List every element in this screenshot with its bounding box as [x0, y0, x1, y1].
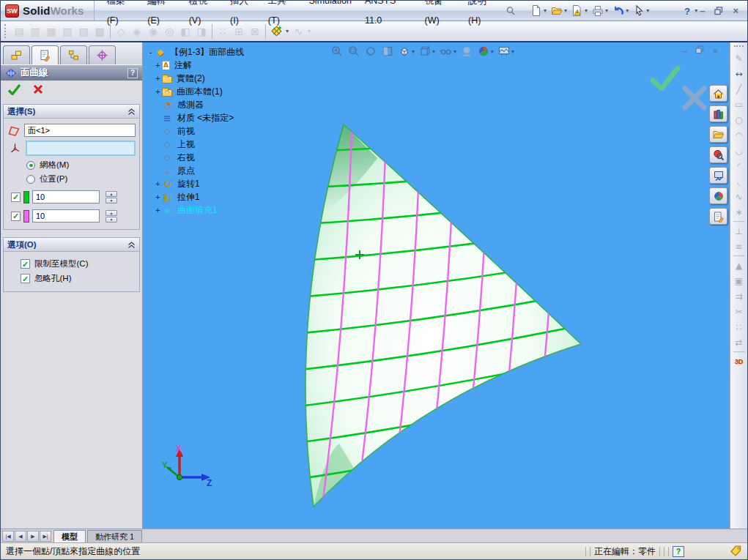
rotate-view-icon[interactable] — [364, 45, 377, 58]
point-icon[interactable]: ∗ — [731, 204, 747, 220]
direction2-count-input[interactable] — [32, 209, 100, 223]
apply-scene-icon[interactable]: ▾ — [497, 45, 514, 58]
first-tab-button[interactable]: |◀ — [2, 531, 14, 542]
dropdown-caret-icon[interactable]: ▾ — [695, 7, 697, 14]
doc-minimize-button[interactable]: – — [682, 45, 687, 56]
tree-item[interactable]: +注解 — [147, 59, 245, 72]
tree-item[interactable]: 前视 — [147, 124, 245, 138]
resources-home-icon[interactable] — [709, 85, 727, 102]
make-drawing-icon[interactable] — [569, 3, 585, 19]
vertex-selection-field[interactable] — [26, 141, 136, 156]
direction1-count-input[interactable] — [32, 190, 100, 204]
surface-tool-icon[interactable]: ◇ — [113, 23, 129, 40]
face-curves-icon[interactable] — [268, 23, 284, 40]
search-icon[interactable] — [709, 146, 727, 163]
mesh-curve[interactable] — [596, 104, 628, 522]
help-icon[interactable]: ? — [679, 3, 695, 19]
custom-properties-icon[interactable] — [709, 208, 727, 225]
view-palette-icon[interactable] — [709, 167, 727, 184]
restore-button[interactable] — [714, 7, 723, 15]
tree-root[interactable]: -【例1-3】面部曲线 — [147, 45, 245, 59]
open-icon[interactable] — [549, 3, 564, 19]
dropdown-caret-icon[interactable]: ▾ — [605, 7, 608, 14]
mesh-curve[interactable] — [266, 124, 621, 152]
mesh-curve[interactable] — [266, 157, 621, 189]
dropdown-caret-icon[interactable]: ▾ — [491, 48, 494, 55]
three-point-arc-icon[interactable]: ◜ — [731, 158, 747, 173]
3d-sketch-icon[interactable]: 3D — [731, 354, 747, 369]
display-style-icon[interactable]: ▾ — [418, 45, 435, 58]
smart-dimension-icon[interactable]: ↔ — [731, 66, 747, 81]
section-view-icon[interactable] — [381, 45, 394, 58]
quick-tips-icon[interactable]: ? — [673, 546, 684, 557]
appearances-icon[interactable] — [709, 187, 727, 204]
convert-entities-icon[interactable]: ▣ — [731, 273, 747, 288]
collapse-chevron-icon[interactable] — [127, 241, 136, 249]
hide-show-items-icon[interactable]: ▾ — [439, 45, 456, 58]
surface-tool-icon[interactable]: ▥ — [27, 23, 43, 40]
file-explorer-icon[interactable] — [709, 126, 727, 143]
design-library-icon[interactable] — [709, 105, 727, 122]
dropdown-caret-icon[interactable]: ▾ — [286, 28, 289, 34]
move-entities-icon[interactable]: ⇄ — [731, 335, 747, 350]
option-checkbox[interactable]: ✓ — [21, 274, 30, 283]
display-relations-icon[interactable]: ≡ — [731, 239, 747, 254]
selection-group-header[interactable]: 選擇(S) — [4, 105, 139, 119]
surface-tool-icon[interactable]: ◈ — [129, 23, 145, 40]
dropdown-caret-icon[interactable]: ▾ — [511, 48, 514, 55]
collapse-mark[interactable]: - — [147, 48, 155, 56]
dropdown-caret-icon[interactable]: ▾ — [564, 7, 567, 14]
next-tab-button[interactable]: ▶ — [27, 531, 39, 542]
tree-item[interactable]: +旋转1 — [147, 177, 245, 190]
spin-down-icon[interactable]: ▼ — [105, 198, 117, 204]
rectangle-icon[interactable]: ▭ — [731, 97, 747, 112]
surface-tool-icon[interactable]: ▦ — [43, 23, 59, 40]
trim-entities-icon[interactable]: ✂ — [731, 304, 747, 319]
linear-pattern-icon[interactable]: ∷ — [731, 319, 747, 335]
option-checkbox[interactable]: ✓ — [21, 259, 30, 269]
circle-icon[interactable]: ○ — [731, 112, 747, 127]
spin-down-icon[interactable]: ▼ — [105, 217, 117, 223]
menu-item[interactable]: 視窗(W) — [418, 0, 462, 31]
surface-tool-icon[interactable]: ⊠ — [247, 23, 263, 40]
tab-property-manager[interactable] — [32, 45, 59, 64]
ok-button[interactable] — [7, 83, 21, 98]
cancel-button[interactable] — [33, 84, 43, 97]
tree-item[interactable]: 上视 — [147, 138, 245, 151]
sketch-icon[interactable]: ✎ — [731, 51, 747, 66]
doc-restore-button[interactable] — [695, 45, 704, 56]
surface-tool-icon[interactable]: ▩ — [92, 23, 108, 40]
edit-appearance-icon[interactable]: ▾ — [477, 45, 494, 58]
tab-configuration-manager[interactable] — [60, 45, 87, 64]
dropdown-caret-icon[interactable]: ▾ — [412, 48, 415, 55]
tree-item[interactable]: 右视 — [147, 151, 245, 164]
options-group-header[interactable]: 選項(O) — [4, 238, 139, 252]
add-relation-icon[interactable]: ⊥ — [731, 223, 747, 239]
print-icon[interactable] — [590, 3, 605, 19]
mesh-direction1-checkbox[interactable]: ✓ — [11, 193, 21, 202]
tag-icon[interactable] — [730, 545, 742, 559]
position-radio[interactable] — [26, 175, 35, 184]
centerpoint-arc-icon[interactable]: ◠ — [731, 127, 747, 143]
dropdown-caret-icon[interactable]: ▾ — [432, 48, 435, 55]
select-icon[interactable] — [631, 3, 646, 19]
offset-entities-icon[interactable]: ⇉ — [731, 288, 747, 304]
surface-tool-icon[interactable]: ◨ — [193, 23, 210, 40]
prev-tab-button[interactable]: ◀ — [15, 531, 26, 542]
collapse-chevron-icon[interactable] — [127, 108, 136, 116]
tab-motion-study[interactable]: 動作研究 1 — [87, 530, 142, 542]
face-selection-field[interactable] — [24, 124, 136, 137]
surface-tool-icon[interactable]: ▤ — [11, 23, 27, 40]
tab-dimxpert[interactable] — [89, 45, 116, 64]
zoom-to-fit-icon[interactable] — [330, 45, 344, 58]
surface-tool-icon[interactable]: ⊞ — [231, 23, 247, 40]
help-badge[interactable]: ? — [127, 68, 138, 78]
zoom-to-area-icon[interactable] — [347, 45, 360, 58]
tree-item[interactable]: 原点 — [147, 164, 245, 177]
confirm-ok-icon[interactable] — [650, 66, 681, 94]
tree-item[interactable]: +實體(2) — [147, 72, 245, 85]
new-document-icon[interactable] — [528, 3, 544, 19]
mesh-direction2-checkbox[interactable]: ✓ — [11, 212, 21, 221]
dropdown-caret-icon[interactable]: ▾ — [626, 7, 629, 14]
search-icon[interactable] — [505, 5, 516, 17]
